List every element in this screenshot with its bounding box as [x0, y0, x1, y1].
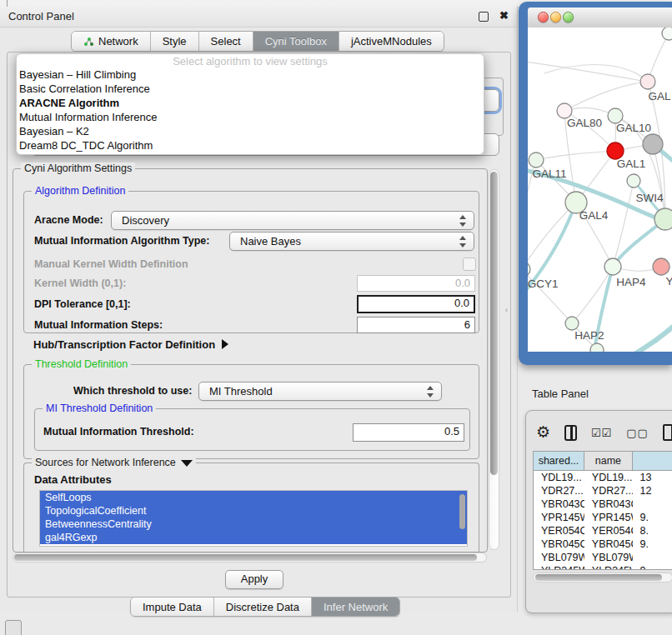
network-node-y[interactable] — [653, 258, 669, 275]
bottom-tab-impute-data[interactable]: Impute Data — [131, 598, 214, 616]
network-node-gal11[interactable] — [529, 152, 544, 168]
data-attribute-item[interactable]: TopologicalCoefficient — [40, 504, 467, 518]
clear-checkboxes-icon[interactable]: ▢▢ — [626, 427, 649, 439]
settings-horizontal-scrollbar-thumb[interactable] — [14, 554, 477, 561]
column-header[interactable] — [633, 452, 672, 470]
network-node-hap2[interactable] — [565, 317, 579, 330]
network-node[interactable] — [662, 28, 672, 40]
cyni-algorithm-settings-title: Cyni Algorithm Settings — [21, 162, 135, 174]
attributes-scrollbar[interactable] — [459, 492, 466, 539]
table-row[interactable]: YBL079WYBL079W — [534, 551, 672, 564]
network-node-gal[interactable] — [640, 74, 655, 89]
network-edge[interactable] — [528, 61, 648, 82]
network-node[interactable] — [643, 134, 663, 154]
aracne-mode-combo[interactable]: Discovery — [111, 211, 474, 230]
network-window-titlebar[interactable] — [528, 8, 672, 28]
table-cell: YBR043C — [534, 498, 584, 511]
network-edge[interactable] — [536, 151, 615, 160]
settings-vertical-scrollbar[interactable] — [489, 169, 499, 550]
mi-threshold-field[interactable]: 0.5 — [353, 423, 464, 442]
zoom-traffic-light-icon[interactable] — [563, 12, 574, 22]
which-threshold-combo[interactable]: MI Threshold — [198, 382, 442, 401]
network-node-gal1[interactable] — [607, 142, 624, 159]
table-cell: YPR145W — [584, 511, 633, 524]
tab-label: jActiveMNodules — [351, 35, 432, 48]
close-icon[interactable]: ✖ — [499, 9, 509, 22]
table-row[interactable]: YLR345WYLR345W9. — [534, 564, 672, 570]
table-row[interactable]: YDR27...YDR27...12 — [534, 484, 672, 498]
table-cell: YBL079W — [584, 551, 633, 564]
data-attribute-item[interactable]: BetweennessCentrality — [40, 518, 467, 531]
aracne-mode-label: Aracne Mode: — [34, 214, 103, 226]
algorithm-option[interactable]: Bayesian – Hill Climbing — [17, 68, 484, 82]
network-node[interactable] — [590, 343, 604, 352]
algorithm-definition-title: Algorithm Definition — [32, 185, 128, 197]
table-row[interactable]: YDL19...YDL19...13 — [534, 471, 672, 484]
algorithm-option[interactable]: Dream8 DC_TDC Algorithm — [17, 138, 484, 152]
tab-select[interactable]: Select — [199, 32, 253, 51]
table-row[interactable]: YER054CYER054C8. — [534, 524, 672, 538]
settings-vertical-scrollbar-thumb[interactable] — [490, 172, 498, 475]
table-row[interactable]: YBR045CYBR045C9. — [534, 538, 672, 551]
tab-cyni-toolbox[interactable]: Cyni Toolbox — [253, 32, 339, 51]
network-node[interactable] — [654, 208, 672, 230]
tab-style[interactable]: Style — [151, 32, 199, 51]
network-node-hap4[interactable] — [604, 258, 621, 275]
expanded-arrow-icon — [181, 460, 193, 467]
hub-definition-toggle[interactable]: Hub/Transcription Factor Definition — [33, 338, 228, 351]
tab-network[interactable]: Network — [72, 32, 151, 51]
apply-button[interactable]: Apply — [225, 570, 283, 589]
column-header-name[interactable]: name — [584, 452, 633, 470]
network-canvas[interactable]: GALGAL80GAL10GAL1GAL11SWI4GAL4GCY1HAP4YH… — [528, 28, 672, 352]
dock-button[interactable] — [5, 620, 22, 635]
mi-threshold-label: Mutual Information Threshold: — [43, 426, 194, 438]
split-pane-handle[interactable]: ‹ — [505, 307, 511, 314]
gear-icon[interactable]: ⚙ — [536, 423, 550, 442]
algorithm-popup-hint: Select algorithm to view settings — [17, 55, 484, 68]
algorithm-option[interactable]: Basic Correlation Inference — [17, 82, 484, 96]
top-strip-divider — [7, 0, 8, 7]
mi-steps-field[interactable]: 6 — [357, 317, 475, 333]
data-attribute-item[interactable]: SelfLoops — [40, 491, 467, 504]
network-edge[interactable] — [564, 82, 648, 111]
data-attribute-item[interactable]: gal4RGexp — [40, 531, 467, 544]
collapsed-arrow-icon — [222, 339, 228, 349]
table-row[interactable]: YBR043CYBR043C — [534, 498, 672, 511]
kernel-width-field[interactable]: 0.0 — [357, 275, 475, 292]
tab-jactivemnodules[interactable]: jActiveMNodules — [339, 32, 444, 51]
table-row[interactable]: YPR145WYPR145W9. — [534, 511, 672, 524]
minimize-traffic-light-icon[interactable] — [550, 12, 561, 22]
mi-algorithm-type-combo[interactable]: Naive Bayes — [229, 232, 474, 251]
network-window: GALGAL80GAL10GAL1GAL11SWI4GAL4GCY1HAP4YH… — [528, 8, 672, 352]
table-cell: YDR27... — [584, 484, 633, 498]
algorithm-option[interactable]: Bayesian – K2 — [17, 124, 484, 138]
settings-horizontal-scrollbar[interactable] — [13, 552, 487, 562]
network-edge-highlighted[interactable] — [596, 321, 672, 352]
page-icon[interactable] — [663, 424, 672, 441]
dpi-tolerance-field[interactable]: 0.0 — [357, 295, 475, 313]
mi-threshold-definition-group: MI Threshold Definition Mutual Informati… — [34, 408, 470, 451]
close-traffic-light-icon[interactable] — [538, 12, 549, 22]
table-horizontal-scrollbar[interactable] — [533, 572, 672, 582]
table-cell: 12 — [633, 484, 672, 498]
bottom-tab-infer-network[interactable]: Infer Network — [312, 598, 399, 616]
network-edge[interactable] — [528, 202, 576, 269]
which-threshold-label: Which threshold to use: — [73, 385, 192, 397]
data-attributes-list[interactable]: SelfLoopsTopologicalCoefficientBetweenne… — [39, 490, 468, 547]
bottom-tab-discretize-data[interactable]: Discretize Data — [214, 598, 312, 616]
algorithm-option[interactable]: ARACNE Algorithm — [17, 96, 484, 110]
sources-title[interactable]: Sources for Network Inference — [32, 457, 196, 468]
cyni-bottom-tabbar: Impute DataDiscretize DataInfer Network — [130, 597, 400, 617]
columns-icon[interactable] — [564, 425, 577, 441]
table-horizontal-scrollbar-thumb[interactable] — [535, 574, 662, 581]
table-cell: YER054C — [534, 524, 584, 538]
select-all-checkboxes-icon[interactable]: ☑☑ — [591, 427, 612, 439]
network-node-gcy1[interactable] — [528, 262, 530, 277]
table-toolbar: ⚙ ☑☑ ▢▢ — [531, 421, 672, 444]
algorithm-option[interactable]: Mutual Information Inference — [17, 110, 484, 124]
manual-kernel-checkbox[interactable] — [463, 258, 476, 271]
table-cell: 8. — [633, 524, 672, 538]
network-node-swi4[interactable] — [627, 174, 640, 188]
column-header-shared[interactable]: shared... — [534, 452, 584, 470]
float-window-icon[interactable] — [479, 12, 489, 22]
